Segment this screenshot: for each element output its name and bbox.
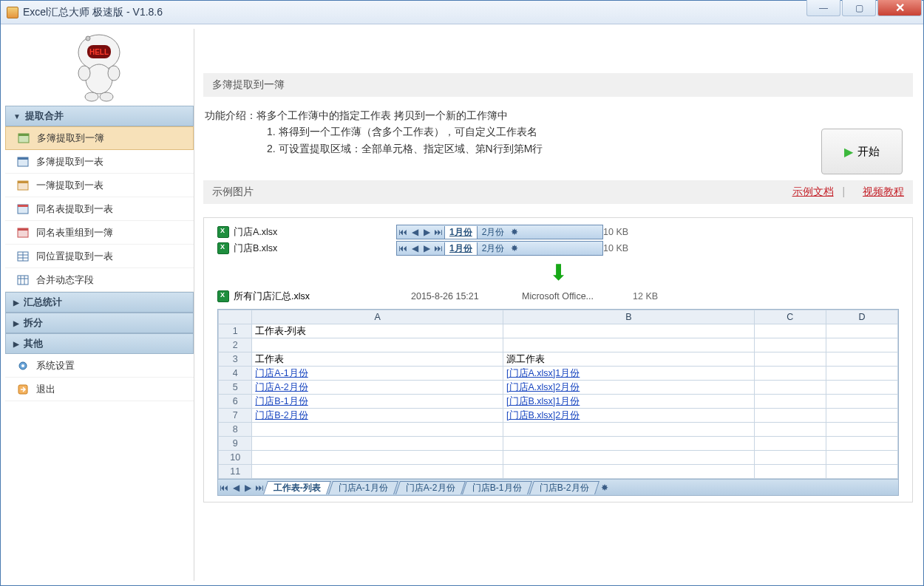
window-title: Excel汇总大师 极速版 - V1.8.6 [23,6,806,19]
excel-file-icon [217,226,229,238]
grid-icon [17,251,29,262]
nav-section-other[interactable]: ▶ 其他 [5,333,194,354]
prev-icon: ◀ [409,227,421,237]
new-sheet-icon: ✸ [599,483,611,493]
chevron-right-icon: ▶ [13,340,19,348]
nav-extract-samename-to-book[interactable]: 同名表重组到一簿 [5,221,194,245]
svg-rect-14 [18,181,28,183]
first-icon: ⏮ [218,483,230,493]
sheet-icon [17,227,29,239]
sidebar: HELL ▼ 提取合并 多簿提取到一簿 [5,29,194,581]
svg-rect-18 [18,228,28,231]
nav-merge-dynamic-fields[interactable]: 合并动态字段 [5,268,194,292]
feature-description: 功能介绍：将多个工作薄中的指定工作表 拷贝到一个新的工作簿中 1. 将得到一个工… [203,97,913,161]
preview-sheet: A B C D 1工作表-列表23工作表源工作表4门店A-1月份[门店A.xls… [217,309,899,480]
nav-extract-multibook-to-sheet[interactable]: 多簿提取到一表 [5,150,194,174]
nav-section-summary[interactable]: ▶ 汇总统计 [5,292,194,313]
nav-section-extract[interactable]: ▼ 提取合并 [5,106,194,126]
svg-rect-10 [18,134,29,136]
first-icon: ⏮ [397,227,409,237]
svg-point-8 [100,92,113,101]
maximize-button[interactable]: ▢ [842,0,876,16]
main-panel: 多簿提取到一簿 功能介绍：将多个工作薄中的指定工作表 拷贝到一个新的工作簿中 1… [194,29,919,581]
svg-rect-23 [18,276,28,285]
example-doc-link[interactable]: 示例文档 [792,185,834,197]
excel-file-icon [217,290,229,302]
app-icon [7,7,18,18]
svg-point-4 [86,64,112,94]
sheet-tab-nav: ⏮◀▶⏭ 1月份 2月份 ✸ [396,241,603,256]
play-icon: ▶ [844,145,853,159]
svg-point-6 [108,66,120,81]
section-header: 多簿提取到一簿 [203,73,913,97]
sheet-icon [17,156,29,168]
prev-icon: ◀ [230,483,242,493]
svg-point-5 [78,66,90,81]
titlebar: Excel汇总大师 极速版 - V1.8.6 — ▢ ✕ [1,1,923,24]
nav-exit[interactable]: 退出 [5,378,194,401]
svg-point-28 [21,364,24,367]
next-icon: ▶ [421,227,432,237]
svg-rect-16 [18,205,28,207]
grid-icon [17,274,29,286]
app-window: Excel汇总大师 极速版 - V1.8.6 — ▢ ✕ HELL [0,0,924,586]
sheet-icon [17,180,29,191]
svg-point-7 [85,92,98,101]
output-file-row: 所有门店汇总.xlsx 2015-8-26 15:21 Microsoft Of… [217,288,899,304]
chevron-right-icon: ▶ [13,299,19,307]
nav-extract-multibook-to-book[interactable]: 多簿提取到一簿 [5,126,194,150]
nav-extract-samepos-to-sheet[interactable]: 同位置提取到一表 [5,245,194,268]
nav-settings[interactable]: 系统设置 [5,354,194,378]
example-file-row: 门店A.xlsx ⏮ ◀ ▶ ⏭ 1月份 2月份 ✸ [217,224,899,240]
nav-section-split[interactable]: ▶ 拆分 [5,313,194,333]
example-header: 示例图片 示例文档 | 视频教程 [203,180,913,204]
new-sheet-icon: ✸ [509,227,520,237]
exit-icon [17,384,29,395]
example-panel: 门店A.xlsx ⏮ ◀ ▶ ⏭ 1月份 2月份 ✸ [203,217,913,502]
last-icon: ⏭ [432,227,444,237]
mascot-image: HELL [5,29,194,106]
preview-sheet-tabs: ⏮ ◀ ▶ ⏭ 工作表-列表 门店A-1月份 门店A-2月份 门店B-1月份 门… [217,480,899,496]
example-file-row: 门店B.xlsx ⏮◀▶⏭ 1月份 2月份 ✸ 10 KB [217,240,899,256]
chevron-right-icon: ▶ [13,319,19,327]
start-button[interactable]: ▶ 开始 [821,129,903,174]
close-button[interactable]: ✕ [877,0,922,16]
gear-icon [17,360,29,372]
svg-text:HELL: HELL [89,48,108,56]
video-tutorial-link[interactable]: 视频教程 [863,185,904,197]
sheet-tab-nav: ⏮ ◀ ▶ ⏭ 1月份 2月份 ✸ [396,225,603,239]
sheet-icon [17,203,29,215]
svg-rect-12 [18,157,28,160]
next-icon: ▶ [242,483,254,493]
chevron-down-icon: ▼ [13,112,21,120]
arrow-down-icon: ⬇ [217,259,899,285]
nav-extract-book-to-sheet[interactable]: 一簿提取到一表 [5,174,194,197]
nav-extract-samename-to-sheet[interactable]: 同名表提取到一表 [5,197,194,221]
minimize-button[interactable]: — [806,0,840,16]
svg-point-3 [86,36,90,41]
excel-file-icon [217,242,229,254]
sheet-icon [18,132,30,144]
